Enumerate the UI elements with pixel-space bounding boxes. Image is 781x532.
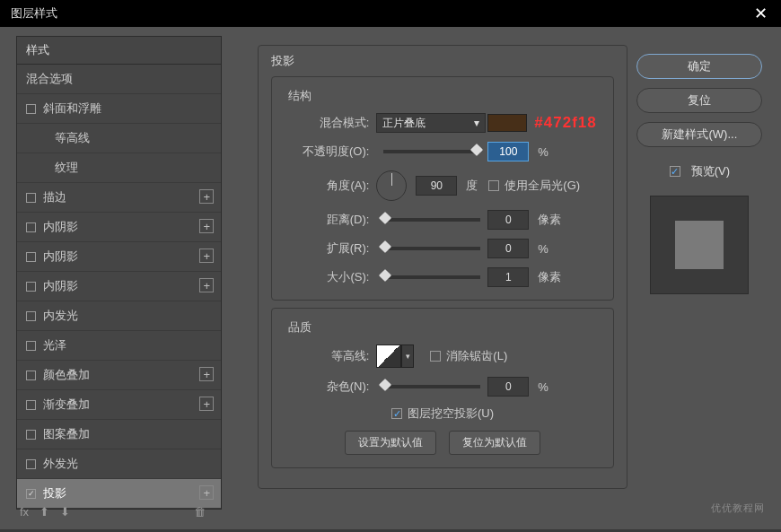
- preview-checkbox[interactable]: [670, 166, 680, 177]
- dialog-title: 图层样式: [11, 5, 57, 22]
- sidebar-item-label: 渐变叠加: [43, 397, 90, 413]
- noise-input[interactable]: 0: [487, 377, 529, 397]
- noise-row: 杂色(N): 0 %: [288, 377, 596, 397]
- color-annotation: #472f18: [534, 114, 596, 132]
- angle-unit: 度: [466, 178, 478, 194]
- style-checkbox[interactable]: [26, 193, 36, 203]
- add-effect-icon[interactable]: +: [199, 397, 214, 411]
- style-checkbox[interactable]: ✓: [26, 489, 36, 499]
- sidebar-item[interactable]: 内阴影+: [17, 213, 221, 242]
- sidebar-item[interactable]: 内发光: [17, 301, 221, 331]
- antialias-checkbox[interactable]: [430, 351, 441, 362]
- blend-mode-select[interactable]: 正片叠底 ▾: [376, 113, 486, 133]
- size-row: 大小(S): 1 像素: [288, 267, 596, 287]
- reset-default-button[interactable]: 复位为默认值: [449, 431, 540, 455]
- distance-row: 距离(D): 0 像素: [288, 210, 596, 230]
- cancel-button[interactable]: 复位: [636, 88, 762, 113]
- angle-dial[interactable]: [376, 170, 407, 201]
- sidebar-item[interactable]: 颜色叠加+: [17, 361, 221, 390]
- style-checkbox[interactable]: [26, 400, 36, 410]
- contour-row: 等高线: ▾ 消除锯齿(L): [288, 344, 596, 368]
- sidebar-item[interactable]: 外发光: [17, 449, 221, 479]
- ok-button[interactable]: 确定: [636, 54, 762, 79]
- sidebar-footer: fx ⬆ ⬇ 🗑: [20, 505, 206, 519]
- color-swatch[interactable]: [487, 114, 527, 132]
- styles-header[interactable]: 样式: [17, 37, 221, 65]
- opacity-input[interactable]: 100: [487, 142, 529, 161]
- contour-picker[interactable]: [376, 344, 401, 368]
- style-checkbox[interactable]: [26, 252, 36, 262]
- global-light-checkbox[interactable]: [488, 180, 499, 191]
- sidebar-item-label: 内阴影: [43, 278, 78, 294]
- style-checkbox[interactable]: [26, 459, 36, 469]
- trash-icon[interactable]: 🗑: [194, 505, 206, 519]
- sidebar-item[interactable]: 内阴影+: [17, 272, 221, 301]
- sidebar: 样式 混合选项 斜面和浮雕等高线纹理描边+内阴影+内阴影+内阴影+内发光光泽颜色…: [0, 27, 222, 529]
- size-input[interactable]: 1: [487, 267, 529, 287]
- sidebar-item-label: 图案叠加: [43, 426, 90, 442]
- add-effect-icon[interactable]: +: [199, 219, 214, 233]
- size-unit: 像素: [538, 269, 561, 285]
- style-checkbox[interactable]: [26, 371, 36, 380]
- add-effect-icon[interactable]: +: [199, 189, 214, 204]
- noise-label: 杂色(N):: [288, 379, 369, 395]
- spread-input[interactable]: 0: [487, 239, 529, 258]
- sidebar-item[interactable]: 描边+: [17, 183, 221, 213]
- angle-row: 角度(A): 90 度 使用全局光(G): [288, 170, 596, 201]
- contour-dropdown[interactable]: ▾: [401, 344, 414, 368]
- angle-input[interactable]: 90: [416, 176, 457, 196]
- right-panel: 确定 复位 新建样式(W)... 预览(V): [635, 27, 781, 529]
- knockout-checkbox[interactable]: [391, 408, 402, 419]
- close-button[interactable]: ✕: [747, 0, 774, 27]
- preview-row: 预览(V): [670, 163, 730, 179]
- style-checkbox[interactable]: [26, 430, 36, 440]
- sidebar-item-label: 投影: [43, 485, 66, 501]
- set-default-button[interactable]: 设置为默认值: [345, 431, 436, 455]
- sidebar-item-label: 内阴影: [43, 249, 78, 265]
- distance-input[interactable]: 0: [487, 210, 529, 230]
- sidebar-item[interactable]: 纹理: [17, 153, 221, 183]
- drop-shadow-group: 投影 结构 混合模式: 正片叠底 ▾ #472f18 不透明度(O):: [258, 45, 627, 489]
- sidebar-item-label: 描边: [43, 189, 66, 205]
- structure-title: 结构: [288, 88, 596, 104]
- sidebar-item[interactable]: 内阴影+: [17, 242, 221, 272]
- move-down-icon[interactable]: ⬇: [60, 505, 70, 519]
- spread-slider[interactable]: [383, 247, 480, 250]
- move-up-icon[interactable]: ⬆: [39, 505, 49, 519]
- knockout-label: 图层挖空投影(U): [408, 406, 494, 422]
- new-style-button[interactable]: 新建样式(W)...: [636, 122, 762, 147]
- sidebar-item-label: 内阴影: [43, 219, 78, 235]
- noise-unit: %: [538, 380, 548, 394]
- opacity-label: 不透明度(O):: [288, 144, 369, 160]
- sidebar-item-label: 内发光: [43, 308, 78, 324]
- size-label: 大小(S):: [288, 269, 369, 285]
- add-effect-icon[interactable]: +: [199, 249, 214, 263]
- style-checkbox[interactable]: [26, 311, 36, 321]
- size-slider[interactable]: [383, 275, 480, 279]
- opacity-unit: %: [538, 145, 548, 159]
- add-effect-icon[interactable]: +: [199, 485, 214, 500]
- blending-options[interactable]: 混合选项: [17, 65, 221, 94]
- add-effect-icon[interactable]: +: [199, 278, 214, 292]
- distance-slider[interactable]: [383, 218, 480, 222]
- noise-slider[interactable]: [383, 385, 480, 388]
- sidebar-item[interactable]: 图案叠加: [17, 420, 221, 449]
- add-effect-icon[interactable]: +: [199, 367, 214, 381]
- style-checkbox[interactable]: [26, 282, 36, 292]
- sidebar-item[interactable]: 光泽: [17, 331, 221, 361]
- angle-label: 角度(A):: [288, 178, 369, 194]
- spread-unit: %: [538, 242, 548, 256]
- preview-box: [650, 196, 749, 294]
- opacity-slider[interactable]: [383, 150, 480, 153]
- sidebar-item[interactable]: 渐变叠加+: [17, 390, 221, 420]
- style-checkbox[interactable]: [26, 222, 36, 232]
- quality-title: 品质: [288, 319, 596, 336]
- spread-row: 扩展(R): 0 %: [288, 239, 596, 258]
- main-panel: 投影 结构 混合模式: 正片叠底 ▾ #472f18 不透明度(O):: [222, 27, 634, 529]
- sidebar-item[interactable]: 斜面和浮雕: [17, 94, 221, 124]
- sidebar-item[interactable]: 等高线: [17, 124, 221, 153]
- style-checkbox[interactable]: [26, 341, 36, 351]
- style-checkbox[interactable]: [26, 104, 36, 114]
- sidebar-item-label: 光泽: [43, 337, 66, 353]
- fx-menu[interactable]: fx: [20, 505, 29, 519]
